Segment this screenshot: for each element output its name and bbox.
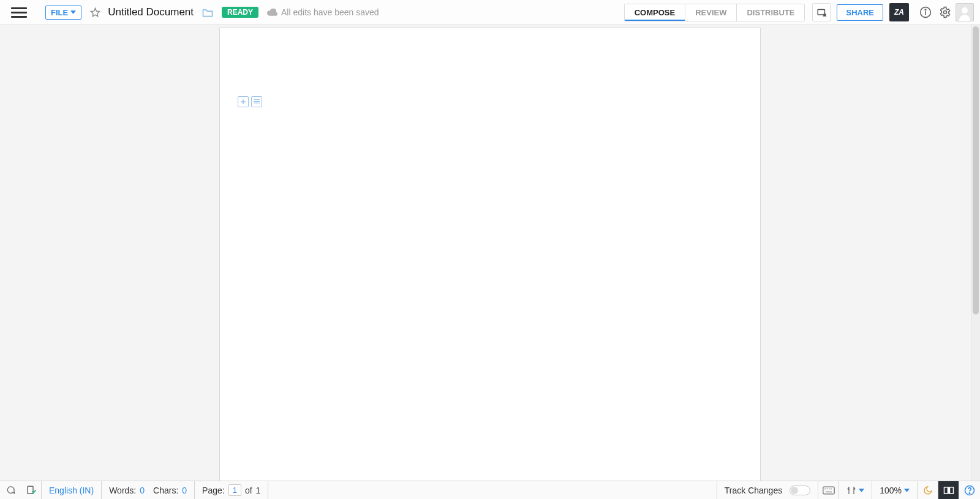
save-state: All edits have been saved [267, 7, 379, 17]
paragraph-format-button[interactable] [251, 96, 262, 107]
status-badge: READY [222, 7, 258, 18]
tab-distribute[interactable]: DISTRIBUTE [736, 4, 804, 21]
language-label: English (IN) [49, 486, 94, 495]
document-title[interactable]: Untitled Document [108, 6, 194, 18]
track-changes[interactable]: Track Changes [717, 481, 818, 499]
svg-rect-8 [28, 486, 33, 493]
chevron-down-icon [859, 489, 864, 492]
spellcheck-icon[interactable] [21, 481, 42, 499]
favorite-star-icon[interactable] [90, 7, 100, 18]
folder-icon[interactable] [202, 8, 213, 17]
tab-review[interactable]: REVIEW [685, 4, 736, 21]
file-menu-label: FILE [51, 8, 68, 17]
track-changes-label: Track Changes [725, 486, 782, 495]
status-bar: English (IN) Words: 0 Chars: 0 Page: 1 o… [0, 481, 980, 499]
help-icon[interactable] [959, 481, 980, 499]
scrollbar-thumb[interactable] [973, 26, 979, 314]
notifications-button[interactable] [812, 3, 831, 21]
mode-tabs: COMPOSE REVIEW DISTRIBUTE [624, 4, 805, 21]
zoom-value: 100% [880, 486, 902, 495]
insert-block-button[interactable] [238, 96, 249, 107]
user-avatar[interactable] [956, 3, 974, 21]
svg-point-16 [969, 492, 970, 493]
svg-rect-9 [823, 487, 834, 494]
words-label: Words: [109, 486, 136, 495]
svg-point-4 [925, 9, 926, 10]
settings-gear-icon[interactable] [936, 3, 954, 21]
page-margin-tools [238, 96, 262, 107]
zia-assistant-button[interactable]: ZA [889, 3, 909, 21]
zoom-control[interactable]: 100% [872, 481, 918, 499]
page-total: 1 [256, 486, 261, 495]
menu-hamburger-icon[interactable] [11, 4, 27, 20]
chevron-down-icon [70, 10, 76, 14]
cloud-icon [267, 9, 277, 16]
vertical-scrollbar[interactable] [971, 25, 980, 481]
chars-value: 0 [182, 486, 187, 495]
chars-label: Chars: [153, 486, 178, 495]
view-mode-selector[interactable] [839, 481, 872, 499]
page-of: of [245, 486, 252, 495]
page-width-icon [846, 486, 856, 495]
document-canvas[interactable] [0, 25, 980, 481]
comments-icon[interactable] [0, 481, 21, 499]
document-page[interactable] [219, 28, 761, 481]
word-char-count[interactable]: Words: 0 Chars: 0 [102, 481, 195, 499]
page-label: Page: [202, 486, 225, 495]
svg-point-5 [944, 11, 947, 14]
share-button[interactable]: SHARE [837, 4, 883, 21]
chevron-down-icon [904, 489, 910, 492]
page-indicator[interactable]: Page: 1 of 1 [195, 481, 268, 499]
words-value: 0 [140, 486, 145, 495]
track-changes-toggle[interactable] [790, 486, 810, 495]
file-menu-button[interactable]: FILE [45, 6, 81, 20]
svg-marker-0 [91, 8, 100, 16]
keyboard-shortcuts-icon[interactable] [818, 481, 839, 499]
tab-compose[interactable]: COMPOSE [625, 4, 685, 21]
save-state-text: All edits have been saved [281, 7, 379, 17]
info-icon[interactable] [916, 3, 935, 21]
reader-view-icon[interactable] [938, 481, 959, 499]
top-toolbar: FILE Untitled Document READY All edits h… [0, 0, 980, 25]
language-selector[interactable]: English (IN) [42, 481, 102, 499]
page-current: 1 [228, 484, 241, 496]
dark-mode-icon[interactable] [918, 481, 938, 499]
